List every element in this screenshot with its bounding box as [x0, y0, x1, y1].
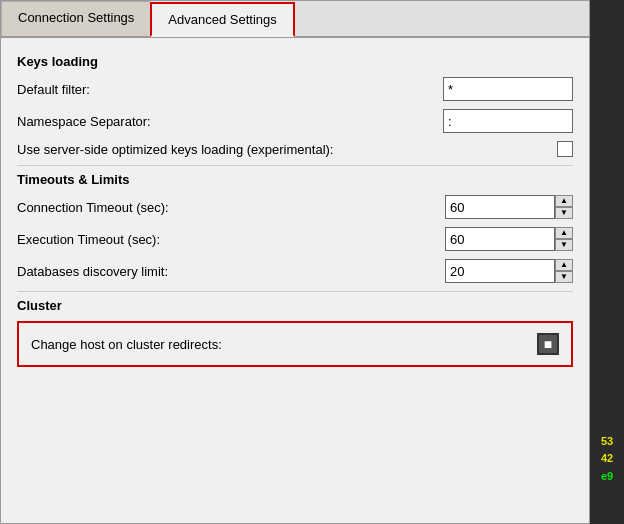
cluster-section: Change host on cluster redirects: ■: [17, 321, 573, 367]
db-discovery-spinner-buttons: ▲ ▼: [555, 259, 573, 283]
cluster-checkbox-check: ■: [544, 336, 552, 352]
namespace-separator-row: Namespace Separator:: [17, 109, 573, 133]
tab-advanced-settings[interactable]: Advanced Settings: [150, 2, 294, 37]
execution-timeout-input[interactable]: [445, 227, 555, 251]
cluster-title: Cluster: [17, 298, 573, 313]
divider-1: [17, 165, 573, 166]
side-number-2: 42: [601, 451, 613, 466]
cluster-checkbox[interactable]: ■: [537, 333, 559, 355]
namespace-separator-label: Namespace Separator:: [17, 114, 443, 129]
server-side-row: Use server-side optimized keys loading (…: [17, 141, 573, 157]
execution-timeout-spinner-buttons: ▲ ▼: [555, 227, 573, 251]
execution-timeout-increment[interactable]: ▲: [555, 227, 573, 239]
keys-loading-title: Keys loading: [17, 54, 573, 69]
server-side-checkbox[interactable]: [557, 141, 573, 157]
connection-timeout-label: Connection Timeout (sec):: [17, 200, 445, 215]
default-filter-row: Default filter:: [17, 77, 573, 101]
connection-timeout-row: Connection Timeout (sec): ▲ ▼: [17, 195, 573, 219]
namespace-separator-input[interactable]: [443, 109, 573, 133]
connection-timeout-increment[interactable]: ▲: [555, 195, 573, 207]
execution-timeout-spinner: ▲ ▼: [445, 227, 573, 251]
execution-timeout-row: Execution Timeout (sec): ▲ ▼: [17, 227, 573, 251]
db-discovery-increment[interactable]: ▲: [555, 259, 573, 271]
db-discovery-row: Databases discovery limit: ▲ ▼: [17, 259, 573, 283]
db-discovery-spinner: ▲ ▼: [445, 259, 573, 283]
tab-connection-settings[interactable]: Connection Settings: [1, 1, 150, 36]
connection-timeout-input[interactable]: [445, 195, 555, 219]
server-side-checkbox-wrapper: [443, 141, 573, 157]
connection-timeout-spinner: ▲ ▼: [445, 195, 573, 219]
cluster-row: Change host on cluster redirects: ■: [31, 333, 559, 355]
default-filter-label: Default filter:: [17, 82, 443, 97]
tab-bar: Connection Settings Advanced Settings: [1, 1, 589, 38]
right-panel: 53 42 e9: [590, 0, 624, 524]
db-discovery-input[interactable]: [445, 259, 555, 283]
execution-timeout-decrement[interactable]: ▼: [555, 239, 573, 251]
main-panel: Connection Settings Advanced Settings Ke…: [0, 0, 590, 524]
side-number-3: e9: [601, 469, 613, 484]
db-discovery-label: Databases discovery limit:: [17, 264, 445, 279]
divider-2: [17, 291, 573, 292]
connection-timeout-decrement[interactable]: ▼: [555, 207, 573, 219]
timeouts-title: Timeouts & Limits: [17, 172, 573, 187]
side-number-1: 53: [601, 434, 613, 449]
cluster-label: Change host on cluster redirects:: [31, 337, 537, 352]
server-side-label: Use server-side optimized keys loading (…: [17, 142, 443, 157]
execution-timeout-label: Execution Timeout (sec):: [17, 232, 445, 247]
db-discovery-decrement[interactable]: ▼: [555, 271, 573, 283]
connection-timeout-spinner-buttons: ▲ ▼: [555, 195, 573, 219]
tab-content: Keys loading Default filter: Namespace S…: [1, 38, 589, 523]
default-filter-input[interactable]: [443, 77, 573, 101]
